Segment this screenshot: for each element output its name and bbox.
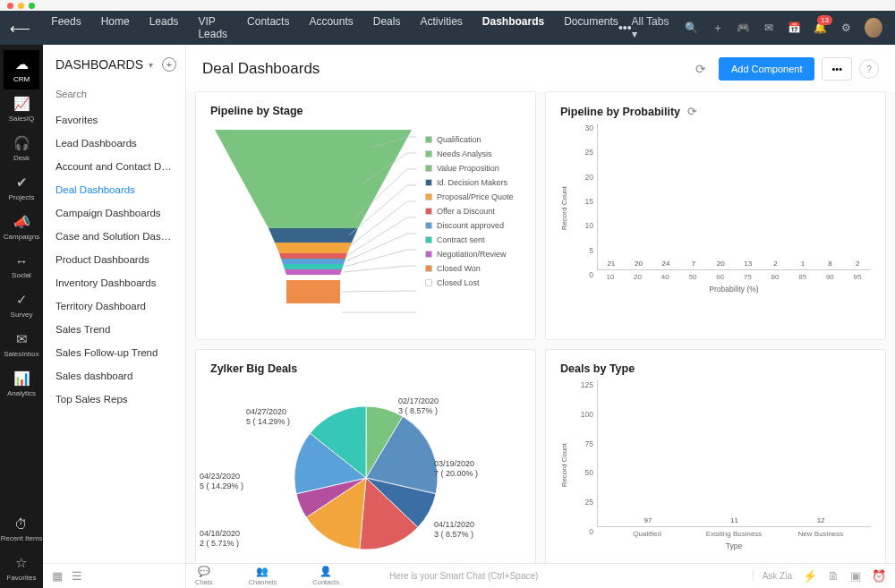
sidebar-search-input[interactable] (55, 89, 173, 99)
bar: 2 (848, 260, 867, 269)
svg-marker-6 (285, 269, 342, 275)
add-dashboard-button[interactable]: + (162, 57, 176, 72)
survey-icon: ✓ (16, 292, 28, 308)
note-icon[interactable]: 🗎 (828, 569, 840, 583)
sidebar-item[interactable]: Favorites (43, 108, 185, 132)
sidebar-item[interactable]: Account and Contact Da... (43, 155, 185, 178)
nav-item-accounts[interactable]: Accounts (309, 15, 353, 40)
refresh-icon[interactable]: ⟳ (695, 62, 706, 76)
recent items-icon: ⏱ (14, 516, 28, 532)
more-options-button[interactable]: ••• (822, 57, 852, 81)
sidebar-item[interactable]: Lead Dashboards (43, 132, 185, 155)
nav-item-deals[interactable]: Deals (373, 15, 401, 40)
sidebar-item[interactable]: Territory Dashboard (43, 294, 185, 318)
search-icon[interactable]: 🔍 (685, 21, 698, 35)
sidebar-item[interactable]: Top Sales Reps (43, 388, 185, 411)
nav-item-dashboards[interactable]: Dashboards (482, 15, 544, 40)
close-window-icon[interactable] (7, 3, 13, 9)
rail-item-social[interactable]: ↔Social (4, 247, 39, 285)
rail-item-favorites[interactable]: ☆Favorites (0, 549, 42, 588)
sidebar-item[interactable]: Product Dashboards (43, 248, 185, 271)
nav-item-vip-leads[interactable]: VIP Leads (198, 15, 227, 40)
bar: 21 (601, 260, 621, 269)
svg-marker-5 (283, 264, 344, 269)
legend-item: Proposal/Price Quote (425, 192, 521, 201)
salesiq-icon: 📈 (13, 96, 30, 112)
nav-item-contacts[interactable]: Contacts (247, 15, 289, 40)
rail-item-salesinbox[interactable]: ✉SalesInbox (4, 325, 39, 364)
page-title: Deal Dashboards (202, 60, 695, 78)
bottom-item-contacts[interactable]: 👤Contacts (312, 566, 339, 586)
sidebar-dropdown-icon[interactable]: ▾ (149, 60, 153, 70)
bottom-item-chats[interactable]: 💬Chats (195, 566, 213, 586)
mail-icon[interactable]: ✉ (763, 21, 775, 35)
card-pipeline-by-stage: Pipeline by Stage QualificationNeeds Ana… (195, 91, 536, 340)
sidebar-item[interactable]: Case and Solution Dash... (43, 225, 185, 248)
nav-item-feeds[interactable]: Feeds (51, 15, 81, 40)
smart-chat-hint[interactable]: Here is your Smart Chat (Ctrl+Space) (361, 571, 731, 581)
gamepad-icon[interactable]: 🎮 (737, 21, 750, 35)
legend-item: Negotiation/Review (425, 250, 521, 259)
nav-more-icon[interactable]: ••• (618, 21, 632, 35)
minimize-window-icon[interactable] (18, 3, 24, 9)
window-titlebar (0, 0, 895, 11)
sidebar-item[interactable]: Sales Follow-up Trend (43, 341, 185, 364)
all-tabs-dropdown[interactable]: All Tabs ▾ (632, 15, 673, 40)
notification-icon[interactable]: 🔔13 (814, 21, 827, 35)
add-icon[interactable]: ＋ (711, 21, 723, 35)
rail-label: Campaigns (4, 233, 39, 241)
rail-item-salesiq[interactable]: 📈SalesIQ (4, 89, 39, 129)
settings-icon[interactable]: ⚙ (840, 21, 852, 35)
x-axis-label: Type (597, 541, 871, 550)
projects-icon: ✔ (16, 175, 28, 191)
desk-icon: 🎧 (13, 135, 30, 151)
legend-item: Discount approved (425, 221, 521, 230)
sidebar-item[interactable]: Sales dashboard (43, 364, 185, 388)
pie-slice-label: 04/23/20205 ( 14.29% ) (200, 472, 271, 492)
x-axis-label: Probability (%) (597, 285, 871, 294)
bar: 20 (629, 260, 649, 269)
rail-item-campaigns[interactable]: 📣Campaigns (4, 208, 39, 247)
sidebar-item[interactable]: Deal Dashboards (43, 178, 185, 201)
bar: 20 (711, 260, 730, 269)
legend-item: Offer a Discount (425, 207, 521, 216)
rail-label: Analytics (7, 389, 36, 397)
bottom-item-channels[interactable]: 👥Channels (249, 566, 277, 586)
nav-item-leads[interactable]: Leads (149, 15, 179, 40)
nav-item-documents[interactable]: Documents (564, 15, 618, 40)
rail-item-analytics[interactable]: 📊Analytics (4, 364, 39, 404)
rail-item-crm[interactable]: ☁CRM (4, 50, 39, 89)
ask-zia-button[interactable]: Ask Zia (753, 571, 792, 581)
list-view-icon[interactable]: ☰ (72, 569, 82, 583)
rail-item-desk[interactable]: 🎧Desk (4, 129, 39, 168)
calendar-icon[interactable]: 📅 (788, 21, 801, 35)
legend-item: Closed Won (425, 264, 521, 273)
bar: 7 (684, 260, 703, 269)
sidebar-title: DASHBOARDS (55, 57, 143, 72)
card-title: Zylker Big Deals (210, 362, 521, 375)
bar: 13 (738, 260, 758, 269)
maximize-window-icon[interactable] (29, 3, 35, 9)
sidebar-item[interactable]: Sales Trend (43, 318, 185, 341)
rail-item-survey[interactable]: ✓Survey (4, 285, 39, 325)
card-refresh-icon[interactable]: ⟳ (687, 105, 697, 118)
rail-item-projects[interactable]: ✔Projects (4, 168, 39, 208)
sticky-icon[interactable]: ▣ (850, 569, 861, 583)
help-button[interactable]: ? (859, 59, 879, 79)
signal-icon[interactable]: ⚡ (803, 569, 817, 583)
sidebar-item[interactable]: Inventory Dashboards (43, 271, 185, 294)
dashboard-sidebar: DASHBOARDS ▾ + FavoritesLead DashboardsA… (43, 45, 186, 588)
nav-item-home[interactable]: Home (101, 15, 130, 40)
grid-view-icon[interactable]: ▦ (52, 569, 63, 583)
bottom-bar: 💬Chats👥Channels👤Contacts Here is your Sm… (186, 563, 895, 588)
bar: 24 (656, 260, 676, 269)
clock-icon[interactable]: ⏰ (872, 569, 886, 583)
rail-label: Desk (13, 154, 30, 162)
user-avatar[interactable] (865, 18, 882, 38)
legend-item: Closed Lost (425, 278, 521, 287)
rail-item-recent-items[interactable]: ⏱Recent Items (0, 510, 42, 549)
add-component-button[interactable]: Add Component (719, 57, 815, 81)
sidebar-item[interactable]: Campaign Dashboards (43, 201, 185, 225)
nav-item-activities[interactable]: Activities (420, 15, 462, 40)
back-button[interactable]: ⟵ (0, 20, 40, 37)
